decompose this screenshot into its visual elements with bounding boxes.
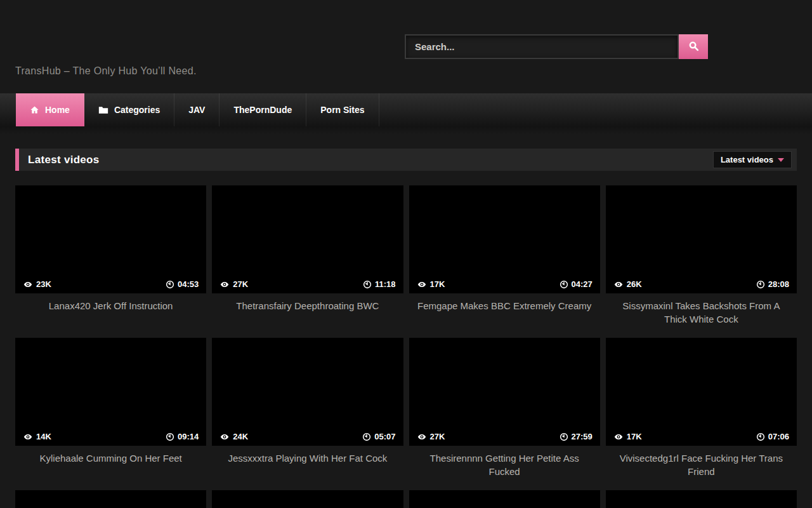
video-views: 24K [233, 432, 248, 441]
video-views-wrap: 24K [219, 432, 248, 441]
video-meta: 27K 27:59 [417, 432, 593, 441]
video-thumbnail[interactable]: 24K 05:07 [212, 338, 403, 446]
video-thumbnail[interactable] [212, 490, 403, 508]
video-views: 27K [430, 432, 445, 441]
video-views: 14K [36, 432, 51, 441]
video-title[interactable]: Kyliehaale Cumming On Her Feet [15, 446, 206, 490]
video-views: 23K [36, 279, 51, 289]
clock-icon [756, 280, 765, 289]
nav-item-theporndude[interactable]: ThePornDude [219, 93, 306, 126]
main-nav: Home Categories JAV ThePornDude Porn Sit… [0, 93, 812, 126]
video-duration-wrap: 28:08 [756, 279, 789, 289]
video-meta: 23K 04:53 [23, 279, 199, 289]
nav-item-home[interactable]: Home [16, 93, 84, 126]
video-meta: 27K 11:18 [219, 279, 395, 289]
search-button[interactable] [679, 34, 708, 59]
video-title[interactable]: Jessxxxtra Playing With Her Fat Cock [212, 446, 403, 490]
video-card[interactable]: 17K 07:06 Vivisectedg1rl Face Fucking He… [606, 338, 797, 490]
video-duration: 07:06 [768, 432, 789, 441]
search-input[interactable] [405, 34, 679, 59]
video-views-wrap: 17K [613, 432, 642, 441]
video-meta: 14K 09:14 [23, 432, 199, 441]
video-duration-wrap: 27:59 [560, 432, 593, 441]
video-duration: 27:59 [572, 432, 593, 441]
video-duration: 11:18 [375, 279, 396, 289]
video-thumbnail[interactable] [409, 490, 600, 508]
section-header: Latest videos Latest videos [15, 149, 797, 171]
video-thumbnail[interactable] [15, 490, 206, 508]
nav-item-porn-sites[interactable]: Porn Sites [306, 93, 379, 126]
video-views-wrap: 26K [613, 279, 642, 289]
eye-icon [219, 280, 230, 289]
clock-icon [560, 280, 568, 289]
clock-icon [166, 432, 174, 441]
video-card[interactable]: 17K 04:27 Femgape Makes BBC Extremely Cr… [409, 185, 600, 338]
section-title: Latest videos [28, 154, 100, 166]
video-title[interactable]: Sissymaxinl Takes Backshots From A Thick… [606, 293, 797, 338]
video-card[interactable]: 24K 05:07 Jessxxxtra Playing With Her Fa… [212, 338, 403, 490]
video-views-wrap: 17K [417, 279, 445, 289]
video-title[interactable]: Femgape Makes BBC Extremely Creamy [409, 293, 600, 338]
nav-shadow [0, 126, 812, 135]
video-thumbnail[interactable]: 27K 11:18 [212, 185, 403, 293]
video-duration: 28:08 [768, 279, 789, 289]
video-views-wrap: 14K [23, 432, 51, 441]
video-card-partial[interactable] [212, 490, 403, 508]
nav-item-label: Porn Sites [320, 105, 364, 115]
main-content: Latest videos Latest videos 23K [0, 135, 812, 508]
video-meta: 17K 07:06 [613, 432, 789, 441]
nav-item-label: Categories [114, 105, 160, 115]
video-thumbnail[interactable]: 26K 28:08 [606, 185, 797, 293]
video-duration: 05:07 [374, 432, 395, 441]
video-duration-wrap: 04:53 [166, 279, 199, 289]
video-title[interactable]: Vivisectedg1rl Face Fucking Her Trans Fr… [606, 446, 797, 490]
video-card[interactable]: 27K 27:59 Thesirennnn Getting Her Petite… [409, 338, 600, 490]
video-duration-wrap: 09:14 [166, 432, 199, 441]
video-views-wrap: 27K [417, 432, 445, 441]
folder-icon [98, 106, 108, 114]
nav-item-jav[interactable]: JAV [174, 93, 219, 126]
video-card[interactable]: 14K 09:14 Kyliehaale Cumming On Her Feet [15, 338, 206, 490]
video-thumbnail[interactable]: 17K 07:06 [606, 338, 797, 446]
nav-item-label: JAV [188, 105, 205, 115]
video-title[interactable]: Thesirennnn Getting Her Petite Ass Fucke… [409, 446, 600, 490]
video-duration: 09:14 [178, 432, 199, 441]
video-thumbnail[interactable]: 14K 09:14 [15, 338, 206, 446]
clock-icon [166, 280, 174, 289]
video-thumbnail[interactable]: 17K 04:27 [409, 185, 600, 293]
video-card-partial[interactable] [409, 490, 600, 508]
video-title[interactable]: Thetransfairy Deepthroating BWC [212, 293, 403, 338]
video-thumbnail[interactable] [606, 490, 797, 508]
clock-icon [560, 432, 568, 441]
video-views-wrap: 27K [219, 279, 248, 289]
video-views: 26K [627, 279, 642, 289]
eye-icon [23, 432, 33, 441]
video-card[interactable]: 23K 04:53 Lanax420 Jerk Off Instruction [15, 185, 206, 338]
home-icon [30, 105, 39, 114]
video-thumbnail[interactable]: 23K 04:53 [15, 185, 206, 293]
video-duration: 04:53 [178, 279, 199, 289]
sort-dropdown-label: Latest videos [721, 155, 773, 164]
video-views-wrap: 23K [23, 279, 51, 289]
clock-icon [363, 280, 372, 289]
eye-icon [417, 432, 427, 441]
video-card[interactable]: 27K 11:18 Thetransfairy Deepthroating BW… [212, 185, 403, 338]
video-views: 17K [430, 279, 445, 289]
sort-dropdown[interactable]: Latest videos [713, 151, 792, 168]
eye-icon [613, 432, 624, 441]
video-card-partial[interactable] [606, 490, 797, 508]
video-card[interactable]: 26K 28:08 Sissymaxinl Takes Backshots Fr… [606, 185, 797, 338]
search-bar [405, 34, 708, 59]
video-duration-wrap: 04:27 [560, 279, 593, 289]
site-tagline: TransHub – The Only Hub You’ll Need. [15, 65, 197, 77]
video-duration-wrap: 05:07 [362, 432, 395, 441]
clock-icon [756, 432, 765, 441]
video-grid: 23K 04:53 Lanax420 Jerk Off Instruction [15, 185, 797, 508]
video-views: 27K [233, 279, 248, 289]
video-views: 17K [627, 432, 642, 441]
video-duration-wrap: 11:18 [363, 279, 396, 289]
video-title[interactable]: Lanax420 Jerk Off Instruction [15, 293, 206, 338]
video-thumbnail[interactable]: 27K 27:59 [409, 338, 600, 446]
nav-item-categories[interactable]: Categories [84, 93, 174, 126]
video-card-partial[interactable] [15, 490, 206, 508]
